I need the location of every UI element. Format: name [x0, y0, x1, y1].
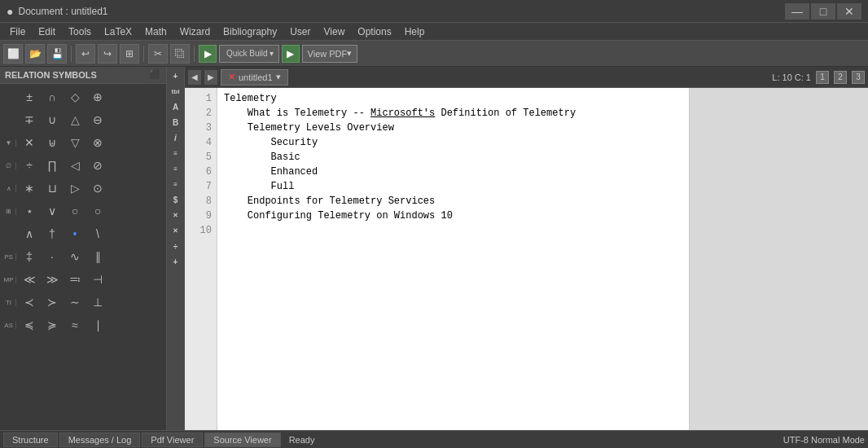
symbol-dashv[interactable]: ⊣ [86, 268, 109, 291]
symbol-oslash[interactable]: ⊘ [86, 154, 109, 177]
symbol-div[interactable]: ÷ [18, 154, 41, 177]
side-div-btn[interactable]: ÷ [169, 239, 183, 253]
symbol-bigtriangledown[interactable]: ▽ [64, 131, 86, 154]
new-button[interactable]: ⬜ [3, 44, 23, 64]
symbol-odot[interactable]: ⊙ [86, 177, 109, 200]
symbol-bullet[interactable]: • [64, 222, 86, 245]
symbol-dagger[interactable]: † [41, 222, 64, 245]
side-x1-btn[interactable]: ✕ [169, 208, 183, 222]
menu-item-wizard[interactable]: Wizard [173, 24, 217, 39]
symbol-triangle[interactable]: △ [64, 108, 86, 131]
nav-next-button[interactable]: ▶ [204, 70, 217, 85]
menu-item-tools[interactable]: Tools [62, 24, 98, 39]
side-x2-btn[interactable]: ✕ [169, 223, 183, 238]
redo-button[interactable]: ↪ [98, 44, 117, 64]
side-italic-btn[interactable]: i [169, 130, 183, 145]
symbol-triangleleft[interactable]: ◁ [64, 154, 86, 177]
side-align3-btn[interactable]: ≡ [169, 177, 183, 191]
symbol-diamond[interactable]: ◇ [64, 86, 86, 108]
symbol-perp[interactable]: ⊥ [86, 291, 109, 314]
editor-content[interactable]: Telemetry What is Telemetry -- Microsoft… [217, 88, 689, 430]
side-plus-btn[interactable]: + [169, 254, 183, 269]
side-bold-btn[interactable]: B [169, 115, 183, 130]
tab-close-icon[interactable]: ✕ [228, 72, 235, 82]
symbol-succeq[interactable]: ≽ [41, 314, 64, 336]
side-table-btn[interactable]: tbl [169, 84, 183, 99]
toolbar-separator-2 [143, 46, 144, 62]
copy-button[interactable]: ⿻ [170, 44, 190, 64]
menu-item-options[interactable]: Options [351, 24, 397, 39]
symbol-mid[interactable]: ∣ [86, 314, 109, 336]
symbol-wp[interactable]: ∿ [64, 245, 86, 268]
copy-format-button[interactable]: ⊞ [120, 44, 139, 64]
side-add-btn[interactable]: + [169, 68, 183, 83]
symbol-row: ⊞ ⋆ ∨ ○ ○ [2, 200, 164, 222]
side-align1-btn[interactable]: ≡ [169, 146, 183, 160]
minimize-button[interactable]: — [785, 3, 809, 20]
symbol-wedge[interactable]: ∧ [18, 222, 41, 245]
menu-item-math[interactable]: Math [138, 24, 173, 39]
side-a-btn[interactable]: A [169, 99, 183, 114]
symbol-ll[interactable]: ≪ [18, 268, 41, 291]
maximize-button[interactable]: □ [811, 3, 835, 20]
run-button[interactable]: ▶ [199, 45, 217, 63]
view-button[interactable]: ▶ [282, 45, 300, 63]
save-button[interactable]: 💾 [47, 44, 67, 64]
symbol-intersect[interactable]: ∩ [41, 86, 64, 108]
tab-num-3[interactable]: 3 [852, 71, 865, 84]
menu-item-edit[interactable]: Edit [32, 24, 62, 39]
menu-item-help[interactable]: Help [398, 24, 432, 39]
symbol-union[interactable]: ∪ [41, 108, 64, 131]
symbol-prec[interactable]: ≺ [18, 291, 41, 314]
side-math-btn[interactable]: $ [169, 192, 183, 207]
symbol-vee[interactable]: ∨ [41, 200, 64, 222]
symbol-ominus[interactable]: ⊖ [86, 108, 109, 131]
menu-item-view[interactable]: View [318, 24, 352, 39]
menu-item-user[interactable]: User [283, 24, 317, 39]
cut-button[interactable]: ✂ [148, 44, 168, 64]
symbol-bigcirc[interactable]: ○ [64, 200, 86, 222]
menu-item-bibliography[interactable]: Bibliography [217, 24, 283, 39]
symbol-otimes[interactable]: ⊗ [86, 131, 109, 154]
symbol-ast[interactable]: ∗ [18, 177, 41, 200]
symbol-approx[interactable]: ≈ [64, 314, 86, 336]
nav-prev-button[interactable]: ◀ [188, 70, 201, 85]
menu-item-file[interactable]: File [3, 24, 32, 39]
symbol-mp[interactable]: ∓ [18, 108, 41, 131]
symbol-times[interactable]: ✕ [18, 131, 41, 154]
symbol-ddagger[interactable]: ‡ [18, 245, 41, 268]
menu-item-latex[interactable]: LaTeX [98, 24, 138, 39]
right-margin [689, 88, 868, 430]
symbol-circle[interactable]: ○ [86, 200, 109, 222]
symbol-grid[interactable]: ± ∩ ◇ ⊕ ∓ ∪ △ ⊖ ▼ ✕ ⊎ ▽ ⊗ [0, 84, 166, 430]
pdf-viewer-tab[interactable]: Pdf Viewer [142, 433, 203, 447]
document-tab[interactable]: ✕ untitled1 ▾ [221, 69, 288, 86]
close-button[interactable]: ✕ [837, 3, 861, 20]
symbol-gg[interactable]: ≫ [41, 268, 64, 291]
messages-tab[interactable]: Messages / Log [59, 433, 141, 447]
tab-num-2[interactable]: 2 [834, 71, 847, 84]
tab-dropdown[interactable]: ▾ [276, 72, 281, 82]
open-button[interactable]: 📂 [25, 44, 45, 64]
symbol-oplus[interactable]: ⊕ [86, 86, 109, 108]
symbol-eqcolon[interactable]: ≕ [64, 268, 86, 291]
undo-button[interactable]: ↩ [76, 44, 95, 64]
symbol-plusminus[interactable]: ± [18, 86, 41, 108]
side-align2-btn[interactable]: ≡ [169, 161, 183, 176]
symbol-star[interactable]: ⋆ [18, 200, 41, 222]
source-viewer-tab[interactable]: Source Viewer [204, 433, 280, 447]
symbol-uplus[interactable]: ⊎ [41, 131, 64, 154]
symbol-preceq[interactable]: ≼ [18, 314, 41, 336]
symbol-parallel[interactable]: ∥ [86, 245, 109, 268]
symbol-backslash[interactable]: \ [86, 222, 109, 245]
symbol-succ[interactable]: ≻ [41, 291, 64, 314]
symbol-sim[interactable]: ∼ [64, 291, 86, 314]
symbol-cdot[interactable]: · [41, 245, 64, 268]
symbol-triangleright[interactable]: ▷ [64, 177, 86, 200]
view-pdf-button[interactable]: View PDF ▾ [302, 45, 358, 63]
quick-build-button[interactable]: Quick Build ▾ [219, 45, 279, 63]
tab-num-1[interactable]: 1 [816, 71, 829, 84]
symbol-prod[interactable]: ∏ [41, 154, 64, 177]
structure-tab[interactable]: Structure [3, 433, 58, 447]
symbol-sqcup[interactable]: ⊔ [41, 177, 64, 200]
